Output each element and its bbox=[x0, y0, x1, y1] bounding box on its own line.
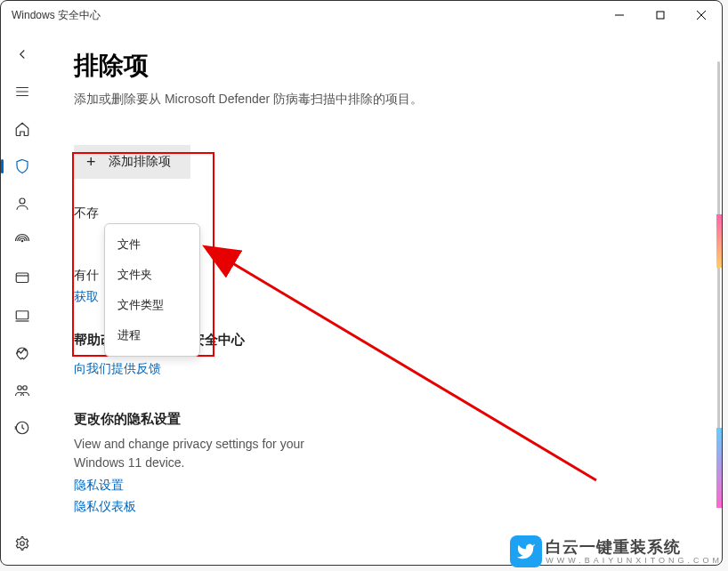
home-icon[interactable] bbox=[13, 120, 31, 138]
window-controls bbox=[599, 1, 722, 29]
privacy-settings-link[interactable]: 隐私设置 bbox=[74, 478, 124, 494]
truncated-text-1: 不存 bbox=[74, 205, 695, 221]
dropdown-item-process[interactable]: 进程 bbox=[105, 320, 199, 350]
dropdown-item-filetype[interactable]: 文件类型 bbox=[105, 290, 199, 320]
watermark-text-en: WWW.BAIYUNXITONG.COM bbox=[546, 557, 723, 565]
close-button[interactable] bbox=[681, 1, 722, 29]
device-icon[interactable] bbox=[13, 307, 31, 325]
dropdown-item-file[interactable]: 文件 bbox=[105, 229, 199, 260]
privacy-dashboard-link[interactable]: 隐私仪表板 bbox=[74, 499, 136, 515]
svg-point-13 bbox=[18, 386, 22, 390]
titlebar: Windows 安全中心 bbox=[1, 1, 722, 29]
svg-rect-9 bbox=[16, 273, 28, 283]
svg-point-8 bbox=[21, 240, 23, 242]
app-window: Windows 安全中心 bbox=[0, 0, 723, 566]
maximize-button[interactable] bbox=[640, 1, 681, 29]
menu-icon[interactable] bbox=[13, 83, 31, 101]
svg-rect-11 bbox=[16, 311, 28, 319]
settings-icon[interactable] bbox=[13, 535, 31, 552]
svg-rect-1 bbox=[657, 12, 664, 19]
svg-point-15 bbox=[20, 542, 25, 546]
svg-point-7 bbox=[20, 198, 25, 204]
watermark-text-cn: 白云一键重装系统 bbox=[546, 539, 723, 555]
account-icon[interactable] bbox=[13, 195, 31, 213]
sidebar bbox=[1, 29, 44, 565]
privacy-section: 更改你的隐私设置 View and change privacy setting… bbox=[74, 411, 695, 515]
app-browser-icon[interactable] bbox=[13, 269, 31, 287]
performance-icon[interactable] bbox=[13, 344, 31, 362]
shield-icon[interactable] bbox=[13, 157, 31, 175]
help-link[interactable]: 获取 bbox=[74, 289, 99, 305]
exclusion-type-dropdown: 文件 文件夹 文件类型 进程 bbox=[104, 223, 200, 357]
history-icon[interactable] bbox=[13, 419, 31, 437]
privacy-title: 更改你的隐私设置 bbox=[74, 411, 695, 428]
add-exclusion-button[interactable]: + 添加排除项 bbox=[74, 145, 190, 179]
page-description: 添加或删除要从 Microsoft Defender 防病毒扫描中排除的项目。 bbox=[74, 92, 695, 108]
firewall-icon[interactable] bbox=[13, 232, 31, 250]
add-exclusion-label: 添加排除项 bbox=[109, 154, 171, 170]
watermark-logo-icon bbox=[510, 535, 542, 567]
privacy-body: View and change privacy settings for you… bbox=[74, 435, 305, 472]
dropdown-item-folder[interactable]: 文件夹 bbox=[105, 260, 199, 290]
feedback-link[interactable]: 向我们提供反馈 bbox=[74, 361, 161, 377]
decoration-strip bbox=[716, 428, 722, 508]
family-icon[interactable] bbox=[13, 382, 31, 399]
minimize-button[interactable] bbox=[599, 1, 640, 29]
page-heading: 排除项 bbox=[74, 49, 695, 83]
window-title: Windows 安全中心 bbox=[12, 8, 101, 23]
svg-point-14 bbox=[23, 386, 28, 390]
back-icon[interactable] bbox=[13, 45, 31, 63]
watermark: 白云一键重装系统 WWW.BAIYUNXITONG.COM bbox=[510, 535, 723, 567]
plus-icon: + bbox=[86, 154, 96, 170]
decoration-strip bbox=[716, 214, 722, 268]
